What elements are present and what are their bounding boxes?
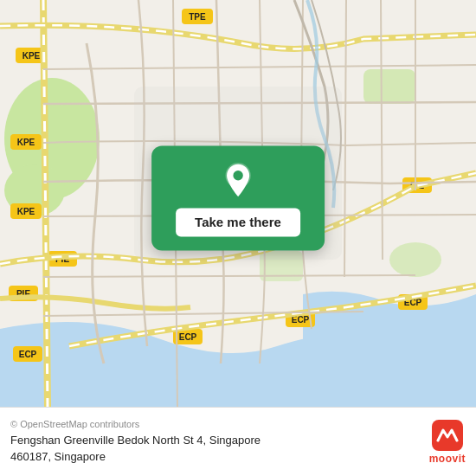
- svg-point-30: [233, 170, 242, 180]
- svg-text:TPE: TPE: [189, 12, 206, 22]
- take-me-there-button[interactable]: Take me there: [176, 208, 300, 236]
- svg-rect-3: [363, 69, 415, 104]
- location-pin-icon: [219, 161, 257, 199]
- moovit-logo: moovit: [429, 420, 466, 465]
- moovit-icon: [432, 420, 463, 451]
- location-card: Take me there: [151, 145, 325, 250]
- address-line2: 460187, Singapore: [10, 450, 106, 463]
- footer: © OpenStreetMap contributors Fengshan Gr…: [0, 407, 476, 476]
- svg-text:KPE: KPE: [17, 138, 35, 147]
- moovit-label: moovit: [429, 453, 466, 465]
- svg-point-4: [389, 242, 441, 277]
- address-text: Fengshan Greenville Bedok North St 4, Si…: [10, 433, 421, 464]
- svg-text:ECP: ECP: [179, 332, 197, 342]
- svg-text:KPE: KPE: [17, 207, 35, 216]
- footer-left: © OpenStreetMap contributors Fengshan Gr…: [10, 419, 421, 464]
- svg-text:ECP: ECP: [19, 350, 37, 359]
- copyright-text: © OpenStreetMap contributors: [10, 419, 421, 429]
- address-line1: Fengshan Greenville Bedok North St 4, Si…: [10, 434, 261, 447]
- map-container: KPE KPE KPE TPE PIE PIE PIE ECP ECP ECP …: [0, 0, 476, 407]
- svg-text:KPE: KPE: [23, 51, 41, 61]
